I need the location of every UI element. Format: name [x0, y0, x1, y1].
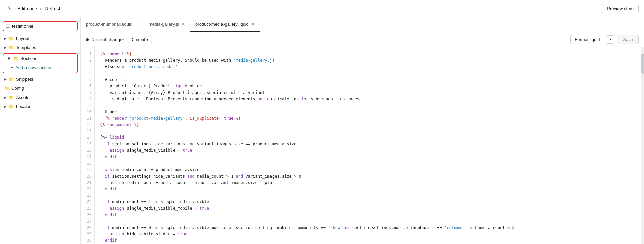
tab-label: media-gallery.js [149, 22, 179, 27]
folder-icon: 📁 [4, 86, 9, 91]
page-title: Edit code for Refresh [17, 6, 62, 11]
tab-label: product-media-gallery.liquid [195, 22, 249, 27]
code-content[interactable]: {% comment %} Renders a product media ga… [95, 47, 641, 244]
sidebar-item-label: Snippets [16, 77, 33, 82]
tab-close-icon[interactable]: ✕ [182, 22, 185, 26]
chevron-right-icon: ▶ [4, 46, 7, 49]
preview-store-button[interactable]: Preview store [602, 4, 639, 13]
sidebar-item-snippets[interactable]: ▶ 📁 Snippets [0, 75, 80, 84]
editor-toolbar: Recent changes Current ▾ Format liquid ▾… [81, 32, 644, 47]
editor-area: product-thumbnail.liquid ✕ media-gallery… [81, 17, 644, 244]
sidebar-item-label: Sections [20, 56, 37, 61]
format-liquid-button[interactable]: Format liquid [570, 35, 604, 44]
add-section-button[interactable]: + Add a new section [3, 63, 77, 73]
folder-icon: 📁 [9, 36, 14, 41]
folder-icon: 📁 [13, 56, 18, 61]
tab-close-icon[interactable]: ✕ [135, 22, 138, 26]
sidebar-item-sections[interactable]: ▼ 📁 Sections [3, 54, 77, 63]
sidebar-item-label: Locales [16, 104, 31, 109]
tab-product-thumbnail[interactable]: product-thumbnail.liquid ✕ [81, 17, 143, 32]
back-button[interactable] [5, 3, 14, 14]
tabs-bar: product-thumbnail.liquid ✕ media-gallery… [81, 17, 644, 32]
sections-group: ▼ 📁 Sections + Add a new section [3, 53, 78, 73]
sidebar: ☰ ▶ 📁 Layout ▶ 📁 Templates ▼ 📁 Sections … [0, 17, 81, 244]
plus-icon: + [11, 65, 13, 70]
sidebar-item-label: Assets [16, 95, 29, 100]
main-layout: ☰ ▶ 📁 Layout ▶ 📁 Templates ▼ 📁 Sections … [0, 17, 644, 244]
tab-close-icon[interactable]: ✕ [251, 22, 254, 26]
toolbar-right: Format liquid ▾ Save [570, 35, 639, 44]
chevron-right-icon: ▶ [4, 96, 7, 99]
sidebar-item-assets[interactable]: ▶ 📁 Assets [0, 93, 80, 102]
folder-icon: 📁 [9, 45, 14, 50]
sidebar-item-label: Config [11, 86, 24, 91]
code-editor[interactable]: 1234567891011121314151617181920212223242… [81, 47, 644, 244]
search-input[interactable] [12, 24, 74, 29]
line-numbers: 1234567891011121314151617181920212223242… [81, 47, 95, 244]
recent-dot [86, 38, 89, 41]
add-section-label: Add a new section [15, 65, 51, 70]
save-button[interactable]: Save [617, 35, 639, 44]
sidebar-item-label: Templates [16, 45, 36, 50]
current-label: Current [132, 37, 145, 42]
current-dropdown-button[interactable]: Current ▾ [128, 36, 152, 43]
sidebar-item-locales[interactable]: ▶ 📁 Locales [0, 102, 80, 111]
chevron-right-icon: ▶ [4, 105, 7, 108]
more-button[interactable]: ··· [65, 4, 74, 13]
sidebar-item-layout[interactable]: ▶ 📁 Layout [0, 34, 80, 43]
sidebar-item-templates[interactable]: ▶ 📁 Templates [0, 43, 80, 52]
topbar: Edit code for Refresh ··· Preview store [0, 0, 644, 17]
chevron-down-icon: ▾ [146, 37, 148, 42]
recent-changes-label: Recent changes [91, 37, 125, 42]
folder-icon: 📁 [9, 77, 14, 82]
chevron-right-icon: ▶ [4, 77, 7, 81]
tab-media-gallery-js[interactable]: media-gallery.js ✕ [143, 17, 190, 32]
chevron-down-icon: ▼ [7, 56, 11, 61]
sidebar-item-label: Layout [16, 36, 29, 41]
sidebar-item-config[interactable]: 📁 Config [0, 84, 80, 93]
tab-label: product-thumbnail.liquid [86, 22, 132, 27]
search-box[interactable]: ☰ [3, 21, 78, 31]
format-liquid-dropdown-button[interactable]: ▾ [607, 35, 614, 44]
hamburger-icon: ☰ [6, 24, 10, 29]
folder-icon: 📁 [9, 95, 14, 100]
tab-product-media-gallery[interactable]: product-media-gallery.liquid ✕ [190, 17, 260, 32]
folder-icon: 📁 [9, 104, 14, 109]
scrollbar-thumb[interactable] [641, 54, 644, 74]
vertical-scrollbar[interactable] [641, 47, 644, 244]
topbar-left: Edit code for Refresh ··· [5, 3, 74, 14]
toolbar-left: Recent changes Current ▾ [86, 36, 152, 43]
chevron-right-icon: ▶ [4, 37, 7, 40]
